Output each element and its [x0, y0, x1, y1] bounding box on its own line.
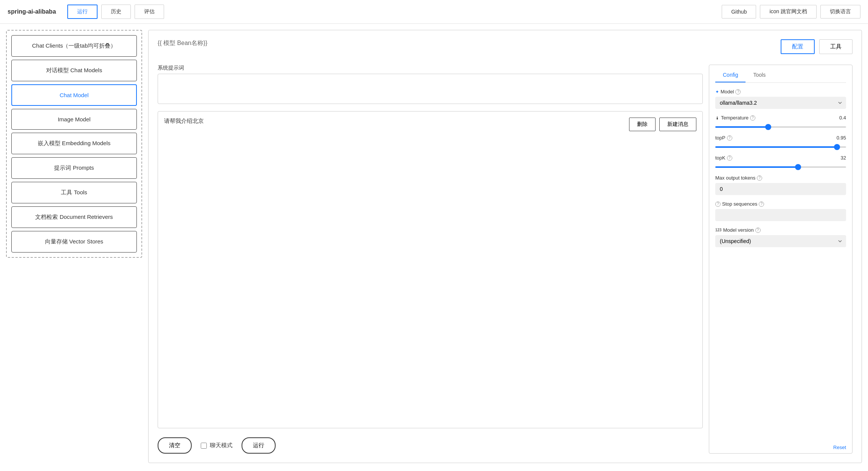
message-box: 请帮我介绍北京 删除 新建消息 — [158, 111, 703, 428]
chat-mode-toggle[interactable]: 聊天模式 — [201, 442, 232, 449]
content-area: {{ 模型 Bean名称}} 配置 工具 系统提示词 请帮我介绍北京 删除 新建… — [148, 30, 862, 463]
stop-sequences-label: ? Stop sequences ? — [715, 201, 764, 207]
content-wrapper: 系统提示词 请帮我介绍北京 删除 新建消息 清空 聊天模式 — [158, 65, 852, 454]
system-prompt-input[interactable] — [158, 74, 703, 104]
stop-sequences-row: ? Stop sequences ? — [715, 201, 846, 221]
sidebar-item-chat-models[interactable]: 对话模型 Chat Models — [11, 60, 137, 81]
stop-sequences-left-icon[interactable]: ? — [715, 201, 721, 207]
nav-history-button[interactable]: 历史 — [101, 5, 131, 19]
temperature-icon: 🌡 — [715, 116, 719, 120]
reset-button[interactable]: Reset — [833, 445, 846, 450]
stop-sequences-right-icon[interactable]: ? — [759, 201, 764, 207]
max-tokens-label: Max output tokens ? — [715, 175, 762, 181]
model-select[interactable]: ollama/llama3.2 — [715, 97, 846, 109]
max-tokens-input[interactable] — [715, 183, 846, 195]
header-nav: 运行 历史 评估 — [67, 5, 718, 19]
model-title: {{ 模型 Bean名称}} — [158, 39, 208, 47]
model-version-row: 123 Model version ? (Unspecified) — [715, 227, 846, 247]
temperature-label: 🌡 Temperature ? — [715, 115, 755, 121]
docs-button[interactable]: icon 跳官网文档 — [760, 5, 817, 19]
system-prompt-section: 系统提示词 — [158, 65, 703, 105]
config-content: ✦ Model ? ollama/llama3.2 🌡 Tempe — [709, 83, 852, 441]
tab-tools[interactable]: Tools — [746, 68, 773, 82]
max-tokens-info-icon[interactable]: ? — [757, 175, 762, 181]
model-version-label: 123 Model version ? — [715, 227, 761, 233]
config-tab-button[interactable]: 配置 — [781, 39, 815, 54]
temperature-info-icon[interactable]: ? — [750, 115, 755, 121]
model-label: ✦ Model ? — [715, 89, 741, 95]
chat-mode-label-text: 聊天模式 — [210, 442, 232, 449]
tools-tab-button[interactable]: 工具 — [819, 39, 852, 54]
delete-message-button[interactable]: 删除 — [629, 118, 656, 131]
temperature-row: 🌡 Temperature ? 0.4 — [715, 115, 846, 129]
model-row: ✦ Model ? ollama/llama3.2 — [715, 89, 846, 109]
clear-button[interactable]: 清空 — [158, 437, 192, 454]
sidebar: Chat Clients（一级tab均可折叠） 对话模型 Chat Models… — [6, 30, 142, 258]
model-version-icon: 123 — [715, 228, 722, 232]
topK-row: topK ? 32 — [715, 155, 846, 169]
topK-slider[interactable] — [715, 166, 846, 168]
model-version-select[interactable]: (Unspecified) — [715, 235, 846, 247]
topP-info-icon[interactable]: ? — [727, 135, 732, 141]
topK-value: 32 — [841, 155, 846, 161]
sidebar-item-chat-clients[interactable]: Chat Clients（一级tab均可折叠） — [11, 35, 137, 57]
github-button[interactable]: Github — [722, 5, 756, 19]
topP-slider[interactable] — [715, 146, 846, 148]
temperature-slider[interactable] — [715, 126, 846, 128]
model-version-info-icon[interactable]: ? — [755, 228, 761, 233]
header: spring-ai-alibaba 运行 历史 评估 Github icon 跳… — [0, 0, 868, 24]
model-info-icon[interactable]: ? — [735, 89, 741, 95]
sidebar-item-image-model[interactable]: Image Model — [11, 109, 137, 130]
topP-value: 0.95 — [837, 135, 846, 141]
footer-actions: 清空 聊天模式 运行 — [158, 434, 703, 454]
sidebar-item-vector-stores[interactable]: 向量存储 Vector Stores — [11, 231, 137, 253]
model-icon: ✦ — [715, 89, 719, 95]
sidebar-item-chat-model[interactable]: Chat Model — [11, 84, 137, 106]
top-tabs-panel: 配置 工具 — [781, 39, 852, 54]
system-prompt-label: 系统提示词 — [158, 65, 703, 71]
sidebar-item-embedding-models[interactable]: 嵌入模型 Embedding Models — [11, 133, 137, 154]
new-message-button[interactable]: 新建消息 — [659, 118, 696, 131]
message-text: 请帮我介绍北京 — [164, 118, 623, 125]
main-layout: Chat Clients（一级tab均可折叠） 对话模型 Chat Models… — [0, 24, 868, 469]
config-panel: Config Tools ✦ Model ? — [709, 65, 852, 454]
nav-run-button[interactable]: 运行 — [67, 5, 98, 19]
nav-evaluate-button[interactable]: 评估 — [135, 5, 164, 19]
topK-label: topK ? — [715, 155, 732, 161]
tab-config[interactable]: Config — [715, 68, 746, 82]
topK-info-icon[interactable]: ? — [727, 155, 732, 161]
run-button[interactable]: 运行 — [242, 437, 276, 454]
max-tokens-row: Max output tokens ? — [715, 175, 846, 195]
config-tabs: Config Tools — [709, 65, 852, 82]
topP-row: topP ? 0.95 — [715, 135, 846, 149]
message-actions: 删除 新建消息 — [629, 118, 696, 131]
stop-sequences-input[interactable] — [715, 209, 846, 221]
sidebar-item-document-retrievers[interactable]: 文档检索 Document Retrievers — [11, 206, 137, 228]
config-reset-section: Reset — [709, 441, 852, 453]
header-right: Github icon 跳官网文档 切换语言 — [722, 5, 860, 19]
sidebar-item-tools[interactable]: 工具 Tools — [11, 182, 137, 203]
brand-label: spring-ai-alibaba — [8, 8, 56, 15]
topP-label: topP ? — [715, 135, 732, 141]
chat-mode-checkbox[interactable] — [201, 443, 207, 449]
language-button[interactable]: 切换语言 — [820, 5, 860, 19]
sidebar-item-prompts[interactable]: 提示词 Prompts — [11, 157, 137, 179]
temperature-value: 0.4 — [839, 115, 846, 121]
